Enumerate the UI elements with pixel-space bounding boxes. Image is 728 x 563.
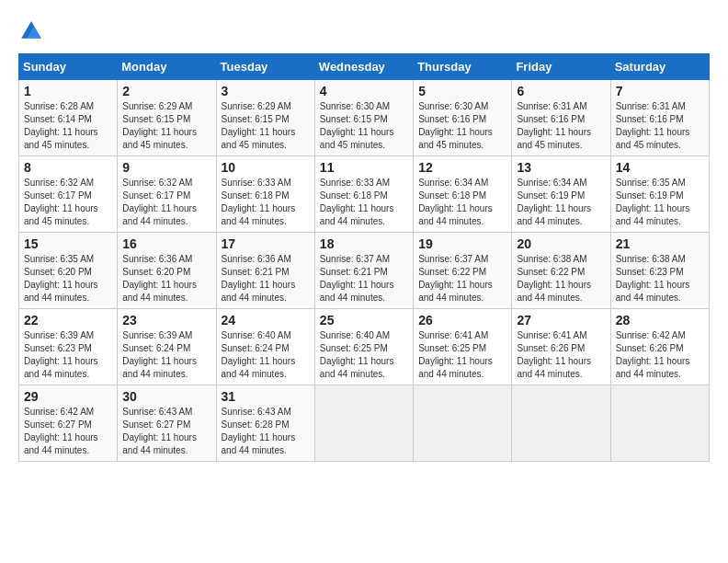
calendar-cell [512,385,610,462]
calendar-cell: 18 Sunrise: 6:37 AMSunset: 6:21 PMDaylig… [314,233,413,309]
day-number: 2 [122,84,210,98]
calendar-cell: 17 Sunrise: 6:36 AMSunset: 6:21 PMDaylig… [216,233,314,309]
day-number: 7 [616,84,704,98]
calendar-cell: 15 Sunrise: 6:35 AMSunset: 6:20 PMDaylig… [19,233,118,309]
weekday-tuesday: Tuesday [216,54,314,80]
day-number: 3 [222,84,310,98]
day-number: 23 [122,313,210,327]
calendar-cell: 14 Sunrise: 6:35 AMSunset: 6:19 PMDaylig… [610,156,709,233]
day-number: 14 [616,160,704,175]
day-detail: Sunrise: 6:37 AMSunset: 6:21 PMDaylight:… [320,253,408,304]
calendar-cell: 31 Sunrise: 6:43 AMSunset: 6:28 PMDaylig… [216,385,314,462]
calendar-cell: 21 Sunrise: 6:38 AMSunset: 6:23 PMDaylig… [610,233,709,309]
weekday-header-row: SundayMondayTuesdayWednesdayThursdayFrid… [19,54,710,80]
calendar-cell: 23 Sunrise: 6:39 AMSunset: 6:24 PMDaylig… [118,309,216,385]
day-detail: Sunrise: 6:35 AMSunset: 6:20 PMDaylight:… [24,253,112,304]
logo [18,18,48,44]
day-number: 19 [418,236,506,251]
calendar-cell: 12 Sunrise: 6:34 AMSunset: 6:18 PMDaylig… [414,156,512,233]
day-number: 25 [320,313,408,327]
day-number: 1 [24,84,112,98]
calendar-cell: 22 Sunrise: 6:39 AMSunset: 6:23 PMDaylig… [19,309,118,385]
day-number: 18 [320,236,408,251]
calendar-week-5: 29 Sunrise: 6:42 AMSunset: 6:27 PMDaylig… [19,385,710,462]
calendar-week-4: 22 Sunrise: 6:39 AMSunset: 6:23 PMDaylig… [19,309,710,385]
weekday-wednesday: Wednesday [314,54,413,80]
day-detail: Sunrise: 6:32 AMSunset: 6:17 PMDaylight:… [122,177,210,228]
calendar-cell: 27 Sunrise: 6:41 AMSunset: 6:26 PMDaylig… [512,309,610,385]
calendar-cell: 8 Sunrise: 6:32 AMSunset: 6:17 PMDayligh… [19,156,118,233]
calendar-cell: 28 Sunrise: 6:42 AMSunset: 6:26 PMDaylig… [610,309,709,385]
day-detail: Sunrise: 6:31 AMSunset: 6:16 PMDaylight:… [616,100,704,152]
day-number: 28 [616,313,704,327]
day-number: 20 [517,236,605,251]
day-detail: Sunrise: 6:36 AMSunset: 6:21 PMDaylight:… [222,253,310,304]
calendar-week-2: 8 Sunrise: 6:32 AMSunset: 6:17 PMDayligh… [19,156,710,233]
day-detail: Sunrise: 6:33 AMSunset: 6:18 PMDaylight:… [222,177,310,228]
day-detail: Sunrise: 6:39 AMSunset: 6:24 PMDaylight:… [122,329,210,381]
day-number: 4 [320,84,408,98]
weekday-sunday: Sunday [19,54,118,80]
calendar-cell [414,385,512,462]
weekday-thursday: Thursday [414,54,512,80]
day-detail: Sunrise: 6:36 AMSunset: 6:20 PMDaylight:… [122,253,210,304]
day-detail: Sunrise: 6:43 AMSunset: 6:28 PMDaylight:… [222,406,310,457]
day-number: 13 [517,160,605,175]
calendar-cell: 9 Sunrise: 6:32 AMSunset: 6:17 PMDayligh… [118,156,216,233]
day-number: 31 [222,389,310,404]
page-header [18,18,710,44]
day-detail: Sunrise: 6:42 AMSunset: 6:27 PMDaylight:… [24,406,112,457]
calendar-cell: 20 Sunrise: 6:38 AMSunset: 6:22 PMDaylig… [512,233,610,309]
day-number: 26 [418,313,506,327]
calendar-cell: 13 Sunrise: 6:34 AMSunset: 6:19 PMDaylig… [512,156,610,233]
day-detail: Sunrise: 6:30 AMSunset: 6:16 PMDaylight:… [418,100,506,152]
day-number: 5 [418,84,506,98]
day-detail: Sunrise: 6:33 AMSunset: 6:18 PMDaylight:… [320,177,408,228]
calendar-cell: 4 Sunrise: 6:30 AMSunset: 6:15 PMDayligh… [314,80,413,156]
weekday-saturday: Saturday [610,54,709,80]
day-detail: Sunrise: 6:34 AMSunset: 6:19 PMDaylight:… [517,177,605,228]
day-detail: Sunrise: 6:30 AMSunset: 6:15 PMDaylight:… [320,100,408,152]
calendar-body: 1 Sunrise: 6:28 AMSunset: 6:14 PMDayligh… [19,80,710,462]
day-number: 10 [222,160,310,175]
calendar-cell: 7 Sunrise: 6:31 AMSunset: 6:16 PMDayligh… [610,80,709,156]
day-number: 27 [517,313,605,327]
day-detail: Sunrise: 6:28 AMSunset: 6:14 PMDaylight:… [24,100,112,152]
calendar-cell: 1 Sunrise: 6:28 AMSunset: 6:14 PMDayligh… [19,80,118,156]
day-detail: Sunrise: 6:40 AMSunset: 6:25 PMDaylight:… [320,329,408,381]
calendar-cell: 19 Sunrise: 6:37 AMSunset: 6:22 PMDaylig… [414,233,512,309]
calendar-week-3: 15 Sunrise: 6:35 AMSunset: 6:20 PMDaylig… [19,233,710,309]
day-number: 12 [418,160,506,175]
calendar-cell [314,385,413,462]
day-number: 6 [517,84,605,98]
day-detail: Sunrise: 6:34 AMSunset: 6:18 PMDaylight:… [418,177,506,228]
day-number: 24 [222,313,310,327]
day-number: 16 [122,236,210,251]
calendar-cell: 6 Sunrise: 6:31 AMSunset: 6:16 PMDayligh… [512,80,610,156]
day-number: 9 [122,160,210,175]
day-detail: Sunrise: 6:40 AMSunset: 6:24 PMDaylight:… [222,329,310,381]
calendar-cell: 16 Sunrise: 6:36 AMSunset: 6:20 PMDaylig… [118,233,216,309]
calendar-cell: 24 Sunrise: 6:40 AMSunset: 6:24 PMDaylig… [216,309,314,385]
calendar-cell: 2 Sunrise: 6:29 AMSunset: 6:15 PMDayligh… [118,80,216,156]
day-detail: Sunrise: 6:37 AMSunset: 6:22 PMDaylight:… [418,253,506,304]
day-number: 15 [24,236,112,251]
day-detail: Sunrise: 6:41 AMSunset: 6:26 PMDaylight:… [517,329,605,381]
calendar-cell: 10 Sunrise: 6:33 AMSunset: 6:18 PMDaylig… [216,156,314,233]
day-number: 22 [24,313,112,327]
day-detail: Sunrise: 6:29 AMSunset: 6:15 PMDaylight:… [122,100,210,152]
weekday-friday: Friday [512,54,610,80]
calendar-cell: 26 Sunrise: 6:41 AMSunset: 6:25 PMDaylig… [414,309,512,385]
weekday-monday: Monday [118,54,216,80]
calendar-cell: 25 Sunrise: 6:40 AMSunset: 6:25 PMDaylig… [314,309,413,385]
calendar-cell [610,385,709,462]
logo-icon [18,18,44,44]
day-detail: Sunrise: 6:41 AMSunset: 6:25 PMDaylight:… [418,329,506,381]
day-number: 17 [222,236,310,251]
day-detail: Sunrise: 6:32 AMSunset: 6:17 PMDaylight:… [24,177,112,228]
day-detail: Sunrise: 6:38 AMSunset: 6:22 PMDaylight:… [517,253,605,304]
day-detail: Sunrise: 6:39 AMSunset: 6:23 PMDaylight:… [24,329,112,381]
calendar-cell: 5 Sunrise: 6:30 AMSunset: 6:16 PMDayligh… [414,80,512,156]
calendar-table: SundayMondayTuesdayWednesdayThursdayFrid… [18,53,710,462]
day-detail: Sunrise: 6:31 AMSunset: 6:16 PMDaylight:… [517,100,605,152]
